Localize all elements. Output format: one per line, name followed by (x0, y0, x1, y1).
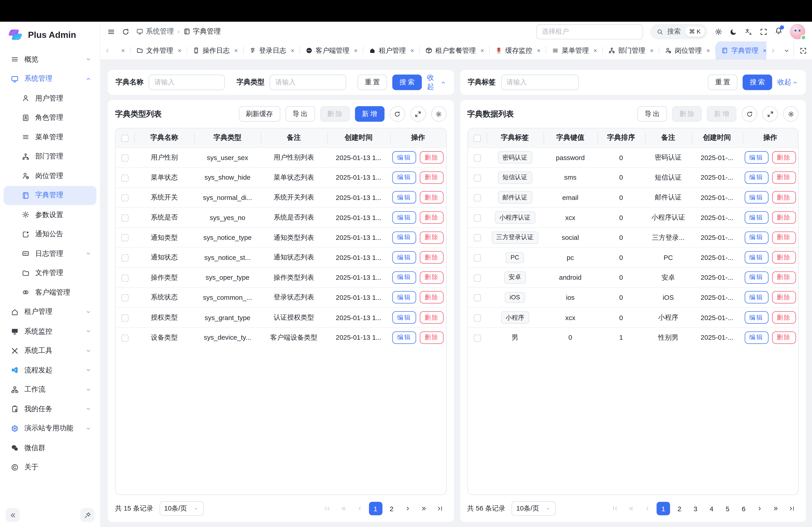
language-translate-icon[interactable]: 文A (745, 28, 752, 35)
collapse-link[interactable]: 收起 (777, 78, 798, 87)
page-last-button[interactable] (433, 502, 447, 515)
row-checkbox[interactable] (474, 154, 481, 162)
tabs-scroll-left-button[interactable] (101, 42, 114, 60)
row-checkbox[interactable] (121, 314, 129, 321)
tab-close-icon[interactable]: × (707, 47, 710, 54)
edit-button[interactable]: 编辑 (392, 231, 416, 244)
row-checkbox[interactable] (474, 194, 481, 201)
settings-gear-icon[interactable] (714, 28, 722, 35)
search-button[interactable]: 搜索 (742, 75, 772, 90)
notification-bell-icon[interactable] (775, 27, 782, 36)
sidebar-item-tenant-mgmt[interactable]: 租户管理 (4, 302, 96, 322)
delete-button[interactable]: 删除 (772, 251, 796, 264)
edit-button[interactable]: 编辑 (744, 231, 768, 244)
sidebar-item-overview[interactable]: 概览 (4, 50, 96, 69)
sidebar-item-my-tasks[interactable]: 我的任务 (4, 399, 96, 419)
edit-button[interactable]: 编辑 (744, 171, 768, 184)
search-button[interactable]: 搜索 (392, 75, 422, 90)
dark-mode-moon-icon[interactable] (730, 28, 737, 35)
filter-input[interactable]: 请输入 (149, 75, 225, 90)
sidebar-item-client-mgmt[interactable]: 客户端管理 (4, 283, 96, 302)
collapse-link[interactable]: 收起 (427, 73, 446, 92)
tab-close-icon[interactable]: × (593, 47, 597, 54)
delete-button[interactable]: 删除 (772, 151, 796, 164)
sidebar-item-system-monitor[interactable]: 系统监控 (4, 322, 96, 341)
refresh-button[interactable] (390, 106, 405, 122)
edit-button[interactable]: 编辑 (392, 151, 416, 164)
delete-button[interactable]: 删除 (772, 211, 796, 224)
refresh-page-icon[interactable] (122, 28, 129, 35)
page-next-button[interactable] (401, 502, 414, 515)
tabs-scroll-right-button[interactable] (766, 42, 780, 60)
row-checkbox[interactable] (121, 194, 129, 201)
tab-tenant-package-mgmt[interactable]: 租户套餐管理× (420, 42, 490, 60)
edit-button[interactable]: 编辑 (392, 251, 416, 264)
tab-dept-mgmt[interactable]: 部门管理× (603, 42, 659, 60)
sidebar-item-param-settings[interactable]: 参数设置 (4, 205, 96, 225)
tab-cache-monitor[interactable]: redis缓存监控× (490, 42, 546, 60)
page-number-2[interactable]: 2 (672, 502, 686, 515)
tab-close-icon[interactable]: × (291, 47, 294, 54)
edit-button[interactable]: 编辑 (744, 251, 768, 264)
edit-button[interactable]: 编辑 (744, 211, 768, 224)
tab-close-icon[interactable]: × (354, 47, 358, 54)
tab-close-icon[interactable]: × (650, 47, 653, 54)
fullscreen-icon[interactable] (760, 28, 767, 35)
page-number-6[interactable]: 6 (737, 502, 751, 515)
sidebar-pin-button[interactable] (80, 508, 94, 522)
row-checkbox[interactable] (121, 334, 129, 342)
row-checkbox[interactable] (474, 274, 481, 282)
tab-close-icon[interactable]: × (480, 47, 484, 54)
global-search-button[interactable]: 搜索 ⌘ K (650, 24, 708, 40)
sidebar-item-about[interactable]: 关于 (4, 457, 96, 477)
tab-close-icon[interactable]: × (121, 47, 125, 54)
sidebar-item-dict-mgmt[interactable]: 字典管理 (4, 186, 96, 205)
edit-button[interactable]: 编辑 (744, 291, 768, 304)
toolbar-button-导出[interactable]: 导出 (637, 106, 667, 122)
tab-post-mgmt[interactable]: 岗位管理× (659, 42, 716, 60)
row-checkbox[interactable] (474, 254, 481, 261)
toolbar-button-刷新缓存[interactable]: 刷新缓存 (238, 106, 280, 122)
expand-button[interactable] (410, 106, 426, 122)
breadcrumb-item[interactable]: 系统管理 (136, 27, 174, 36)
tab-close-icon[interactable]: × (178, 47, 182, 54)
edit-button[interactable]: 编辑 (744, 191, 768, 204)
sidebar-item-post-mgmt[interactable]: 岗位管理 (4, 166, 96, 185)
delete-button[interactable]: 删除 (420, 191, 444, 204)
page-size-select[interactable]: 10条/页 (159, 501, 203, 516)
row-checkbox[interactable] (121, 274, 129, 282)
row-checkbox[interactable] (121, 154, 129, 162)
delete-button[interactable]: 删除 (420, 271, 444, 284)
filter-input[interactable]: 请输入 (501, 75, 579, 90)
sidebar-item-dept-mgmt[interactable]: 部门管理 (4, 147, 96, 166)
page-number-3[interactable]: 3 (688, 502, 702, 515)
edit-button[interactable]: 编辑 (744, 151, 768, 164)
edit-button[interactable]: 编辑 (392, 211, 416, 224)
edit-button[interactable]: 编辑 (392, 331, 416, 344)
row-checkbox[interactable] (121, 235, 129, 242)
sidebar-item-menu-mgmt[interactable]: 菜单管理 (4, 127, 96, 147)
sidebar-collapse-button[interactable] (6, 508, 20, 522)
delete-button[interactable]: 删除 (772, 231, 796, 244)
tabs-dropdown-button[interactable] (780, 42, 794, 60)
sidebar-item-system-mgmt[interactable]: 系统管理 (4, 69, 96, 89)
edit-button[interactable]: 编辑 (392, 311, 416, 324)
tenant-select-input[interactable]: 选择租户 (536, 24, 643, 39)
delete-button[interactable]: 删除 (772, 171, 796, 184)
tab-clipped[interactable]: × (114, 42, 131, 60)
sidebar-item-flow-start[interactable]: 流程发起 (4, 360, 96, 380)
column-settings-button[interactable] (783, 106, 799, 122)
tab-close-icon[interactable]: × (763, 47, 766, 54)
page-next-group-button[interactable] (769, 502, 782, 515)
expand-button[interactable] (763, 106, 778, 122)
edit-button[interactable]: 编辑 (744, 271, 768, 284)
tab-menu-mgmt[interactable]: 菜单管理× (546, 42, 603, 60)
filter-input[interactable]: 请输入 (270, 75, 346, 90)
sidebar-item-notice[interactable]: 通知公告 (4, 225, 96, 244)
page-next-button[interactable] (753, 502, 766, 515)
tab-oper-log[interactable]: 操作日志× (187, 42, 243, 60)
page-number-1[interactable]: 1 (369, 502, 382, 515)
reset-button[interactable]: 重置 (358, 75, 387, 90)
delete-button[interactable]: 删除 (420, 311, 444, 324)
edit-button[interactable]: 编辑 (744, 331, 768, 344)
